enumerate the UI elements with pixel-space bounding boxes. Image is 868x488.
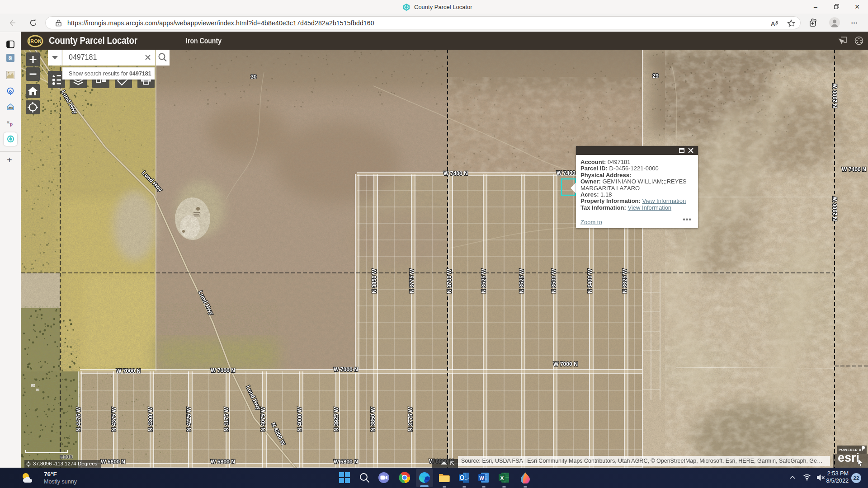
svg-text:N 3850 W: N 3850 W <box>371 268 377 293</box>
svg-text:W 7000 N: W 7000 N <box>553 361 578 367</box>
svg-text:30: 30 <box>250 74 257 80</box>
svg-text:URE: URE <box>8 107 14 109</box>
svg-text:N 3325 W: N 3325 W <box>622 268 628 293</box>
svg-text:p: p <box>10 121 13 127</box>
svg-text:N 3400 W: N 3400 W <box>587 268 593 293</box>
svg-text:N 4475 W: N 4475 W <box>75 407 82 432</box>
svg-text:N 4225 W: N 4225 W <box>186 407 192 432</box>
svg-text:N 3525 W: N 3525 W <box>519 268 525 293</box>
svg-text:A: A <box>771 20 775 27</box>
svg-text:N 4075 W: N 4075 W <box>260 407 266 432</box>
svg-text:N 3775 W: N 3775 W <box>407 407 414 432</box>
svg-text:N 3625 W: N 3625 W <box>481 268 487 293</box>
svg-text:W 7000 N: W 7000 N <box>334 366 358 373</box>
svg-text:N 2900 W: N 2900 W <box>832 83 838 108</box>
svg-text:N 3775 W: N 3775 W <box>409 268 415 293</box>
svg-text:W 7400 N: W 7400 N <box>443 170 468 177</box>
svg-text:W 6800 N: W 6800 N <box>211 459 235 465</box>
svg-text:W 7000 N: W 7000 N <box>211 367 235 374</box>
svg-text:S: S <box>7 120 9 125</box>
svg-text:W 7000 N: W 7000 N <box>116 368 141 374</box>
svg-text:IRON: IRON <box>29 38 42 44</box>
svg-text:N 3850 W: N 3850 W <box>370 407 376 432</box>
svg-text:W 7400 N: W 7400 N <box>842 166 866 173</box>
svg-text:N 3700 W: N 3700 W <box>446 268 453 293</box>
svg-text:N 2900 W: N 2900 W <box>832 196 838 221</box>
svg-text:W: W <box>479 475 484 481</box>
svg-text:N 3925 W: N 3925 W <box>333 407 340 432</box>
svg-text:N 4300 W: N 4300 W <box>147 407 154 432</box>
svg-text:N 4000 W: N 4000 W <box>297 407 303 432</box>
svg-text:8i: 8i <box>9 56 13 61</box>
svg-text:29: 29 <box>652 73 659 79</box>
svg-text:N 4175 W: N 4175 W <box>223 407 230 432</box>
svg-text:N 3500 W: N 3500 W <box>551 268 557 293</box>
svg-text:W 6800 N: W 6800 N <box>334 459 358 465</box>
svg-text:N 4375 W: N 4375 W <box>111 407 117 432</box>
svg-text:W 6800 N: W 6800 N <box>101 459 125 465</box>
svg-text:X: X <box>500 475 504 481</box>
